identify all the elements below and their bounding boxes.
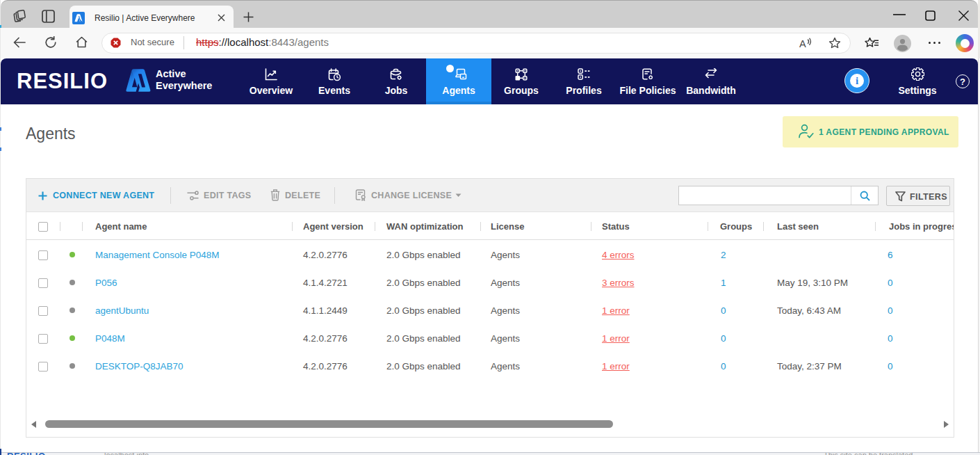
svg-text:A: A bbox=[799, 38, 806, 49]
